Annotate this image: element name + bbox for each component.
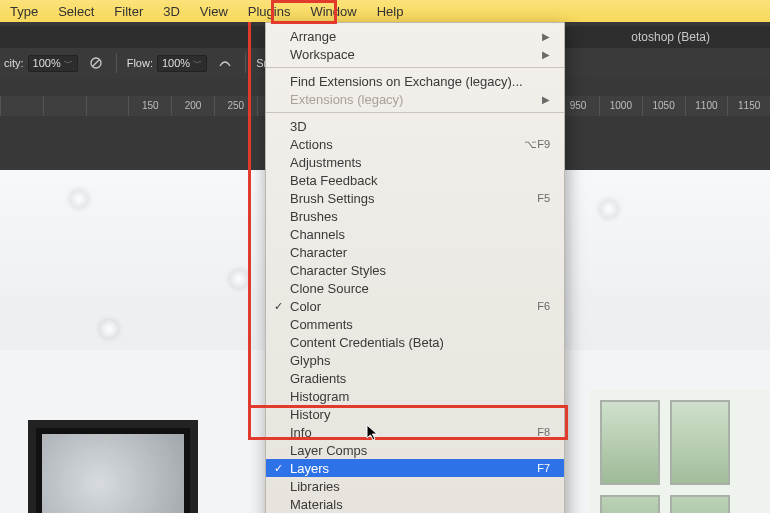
menu-item-label: Character: [290, 245, 347, 260]
menu-filter[interactable]: Filter: [104, 0, 153, 22]
menu-item-shortcut: F8: [537, 426, 550, 438]
submenu-arrow-icon: ▶: [542, 49, 550, 60]
airbrush-icon[interactable]: [213, 53, 237, 73]
menu-window[interactable]: Window: [300, 0, 366, 22]
menu-item-character[interactable]: Character: [266, 243, 564, 261]
ruler-tick: [43, 96, 86, 116]
ruler-tick: 1000: [599, 96, 642, 116]
menu-view[interactable]: View: [190, 0, 238, 22]
menu-item-shortcut: F7: [537, 462, 550, 474]
menu-item-shortcut: ⌥F9: [524, 138, 550, 151]
menu-item-layer-comps[interactable]: Layer Comps: [266, 441, 564, 459]
menu-3d[interactable]: 3D: [153, 0, 190, 22]
photo-frame: [28, 420, 198, 513]
menu-item-shortcut: F6: [537, 300, 550, 312]
menu-help[interactable]: Help: [367, 0, 414, 22]
menu-item-character-styles[interactable]: Character Styles: [266, 261, 564, 279]
menu-separator: [266, 112, 564, 113]
menu-item-label: Brushes: [290, 209, 338, 224]
menu-item-label: Color: [290, 299, 321, 314]
menu-item-label: Layers: [290, 461, 329, 476]
menu-item-label: Layer Comps: [290, 443, 367, 458]
ruler-tick: [86, 96, 129, 116]
menu-item-label: Clone Source: [290, 281, 369, 296]
submenu-arrow-icon: ▶: [542, 94, 550, 105]
menu-item-gradients[interactable]: Gradients: [266, 369, 564, 387]
menu-item-label: Arrange: [290, 29, 336, 44]
flow-label: Flow:: [127, 57, 153, 69]
menu-plugins[interactable]: Plugins: [238, 0, 301, 22]
menu-select[interactable]: Select: [48, 0, 104, 22]
menu-item-label: Beta Feedback: [290, 173, 377, 188]
menu-item-comments[interactable]: Comments: [266, 315, 564, 333]
window-menu-dropdown: Arrange▶Workspace▶Find Extensions on Exc…: [265, 22, 565, 513]
opacity-field[interactable]: 100%﹀: [28, 55, 78, 72]
menu-item-label: Actions: [290, 137, 333, 152]
menu-item-label: Gradients: [290, 371, 346, 386]
ruler-tick: [0, 96, 43, 116]
menu-item-label: Glyphs: [290, 353, 330, 368]
menu-item-brushes[interactable]: Brushes: [266, 207, 564, 225]
menu-item-libraries[interactable]: Libraries: [266, 477, 564, 495]
menu-item-label: Content Credentials (Beta): [290, 335, 444, 350]
menu-item-label: Channels: [290, 227, 345, 242]
menu-item-workspace[interactable]: Workspace▶: [266, 45, 564, 63]
chevron-down-icon: ﹀: [64, 57, 73, 70]
menu-item-label: Character Styles: [290, 263, 386, 278]
checkmark-icon: ✓: [274, 462, 283, 475]
menu-item-3d[interactable]: 3D: [266, 117, 564, 135]
submenu-arrow-icon: ▶: [542, 31, 550, 42]
menu-item-find-extensions-on-exchange-legacy[interactable]: Find Extensions on Exchange (legacy)...: [266, 72, 564, 90]
menu-item-history[interactable]: History: [266, 405, 564, 423]
menu-item-histogram[interactable]: Histogram: [266, 387, 564, 405]
menubar: TypeSelectFilter3DViewPluginsWindowHelp: [0, 0, 770, 22]
photo-window: [590, 390, 770, 513]
menu-item-extensions-legacy: Extensions (legacy)▶: [266, 90, 564, 108]
ruler-tick: 200: [171, 96, 214, 116]
document-title: otoshop (Beta): [631, 30, 710, 44]
ruler-tick: 1100: [685, 96, 728, 116]
menu-item-shortcut: F5: [537, 192, 550, 204]
menu-item-label: Extensions (legacy): [290, 92, 403, 107]
menu-item-color[interactable]: ✓ColorF6: [266, 297, 564, 315]
menu-item-label: Brush Settings: [290, 191, 375, 206]
menu-item-clone-source[interactable]: Clone Source: [266, 279, 564, 297]
menu-item-glyphs[interactable]: Glyphs: [266, 351, 564, 369]
menu-item-label: Histogram: [290, 389, 349, 404]
menu-item-actions[interactable]: Actions⌥F9: [266, 135, 564, 153]
chevron-down-icon: ﹀: [193, 57, 202, 70]
ruler-tick: 150: [128, 96, 171, 116]
menu-type[interactable]: Type: [0, 0, 48, 22]
menu-item-label: Find Extensions on Exchange (legacy)...: [290, 74, 523, 89]
menu-item-arrange[interactable]: Arrange▶: [266, 27, 564, 45]
menu-item-label: Comments: [290, 317, 353, 332]
menu-item-beta-feedback[interactable]: Beta Feedback: [266, 171, 564, 189]
menu-item-layers[interactable]: ✓LayersF7: [266, 459, 564, 477]
menu-item-channels[interactable]: Channels: [266, 225, 564, 243]
menu-item-label: Workspace: [290, 47, 355, 62]
menu-item-brush-settings[interactable]: Brush SettingsF5: [266, 189, 564, 207]
menu-item-label: Materials: [290, 497, 343, 512]
menu-separator: [266, 67, 564, 68]
menu-item-label: Adjustments: [290, 155, 362, 170]
menu-item-content-credentials-beta[interactable]: Content Credentials (Beta): [266, 333, 564, 351]
menu-item-label: Info: [290, 425, 312, 440]
menu-item-info[interactable]: InfoF8: [266, 423, 564, 441]
ruler-tick: 1050: [642, 96, 685, 116]
menu-item-label: 3D: [290, 119, 307, 134]
ruler-tick: 250: [214, 96, 257, 116]
menu-item-adjustments[interactable]: Adjustments: [266, 153, 564, 171]
menu-item-label: Libraries: [290, 479, 340, 494]
checkmark-icon: ✓: [274, 300, 283, 313]
opacity-label: city:: [4, 57, 24, 69]
pressure-opacity-icon[interactable]: [84, 53, 108, 73]
menu-item-label: History: [290, 407, 330, 422]
menu-item-materials[interactable]: Materials: [266, 495, 564, 513]
flow-field[interactable]: 100%﹀: [157, 55, 207, 72]
ruler-tick: 1150: [727, 96, 770, 116]
